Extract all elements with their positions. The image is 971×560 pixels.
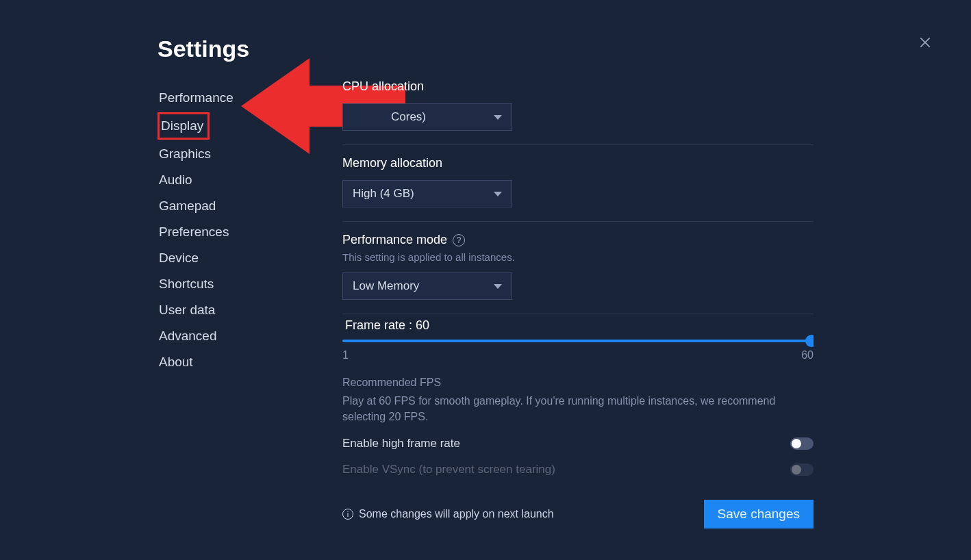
sidebar-item-audio[interactable]: Audio: [157, 167, 294, 193]
sidebar-item-display[interactable]: Display: [157, 112, 210, 140]
sidebar-item-performance[interactable]: Performance: [157, 85, 294, 111]
memory-allocation-section: Memory allocation High (4 GB): [342, 145, 814, 222]
sidebar-item-about[interactable]: About: [157, 349, 294, 375]
sidebar-item-shortcuts[interactable]: Shortcuts: [157, 271, 294, 297]
vsync-row: Enable VSync (to prevent screen tearing): [342, 463, 814, 476]
frame-rate-slider[interactable]: [342, 340, 814, 342]
close-button[interactable]: [917, 34, 933, 51]
high-frame-rate-toggle[interactable]: [790, 437, 814, 450]
cpu-allocation-select[interactable]: Cores): [342, 103, 512, 131]
performance-mode-select[interactable]: Low Memory: [342, 272, 512, 300]
frame-rate-slider-thumb[interactable]: [805, 335, 814, 347]
cpu-allocation-label: CPU allocation: [342, 79, 814, 94]
sidebar-item-user-data[interactable]: User data: [157, 297, 294, 323]
cpu-allocation-value: Cores): [391, 110, 426, 124]
sidebar-item-graphics[interactable]: Graphics: [157, 141, 294, 167]
memory-allocation-select[interactable]: High (4 GB): [342, 180, 512, 207]
footer-note-text: Some changes will apply on next launch: [359, 508, 554, 520]
frame-rate-max: 60: [801, 349, 814, 361]
performance-mode-section: Performance mode ? This setting is appli…: [342, 222, 814, 314]
sidebar-item-gamepad[interactable]: Gamepad: [157, 193, 294, 219]
performance-mode-value: Low Memory: [353, 279, 419, 293]
footer-note: i Some changes will apply on next launch: [342, 508, 554, 520]
performance-mode-label: Performance mode ?: [342, 233, 814, 247]
vsync-toggle[interactable]: [790, 463, 814, 476]
chevron-down-icon: [494, 284, 502, 289]
recommended-fps-title: Recommended FPS: [342, 377, 814, 389]
frame-rate-section: Frame rate : 60 1 60 Recommended FPS Pla…: [342, 314, 814, 478]
settings-sidebar: Performance Display Graphics Audio Gamep…: [157, 85, 294, 375]
frame-rate-label: Frame rate : 60: [345, 318, 814, 333]
high-frame-rate-row: Enable high frame rate: [342, 437, 814, 450]
settings-footer: i Some changes will apply on next launch…: [342, 500, 814, 529]
save-changes-button[interactable]: Save changes: [704, 500, 814, 529]
sidebar-item-advanced[interactable]: Advanced: [157, 323, 294, 349]
high-frame-rate-label: Enable high frame rate: [342, 437, 460, 450]
cpu-allocation-section: CPU allocation Cores): [342, 79, 814, 145]
frame-rate-min: 1: [342, 349, 349, 361]
recommended-fps-text: Play at 60 FPS for smooth gameplay. If y…: [342, 393, 814, 424]
performance-mode-sublabel: This setting is applied to all instances…: [342, 251, 814, 263]
memory-allocation-label: Memory allocation: [342, 156, 814, 170]
chevron-down-icon: [494, 192, 502, 196]
help-icon[interactable]: ?: [453, 234, 465, 246]
page-title: Settings: [157, 36, 249, 62]
chevron-down-icon: [494, 115, 502, 120]
settings-content: CPU allocation Cores) Memory allocation …: [342, 79, 814, 478]
vsync-label: Enable VSync (to prevent screen tearing): [342, 463, 555, 476]
sidebar-item-preferences[interactable]: Preferences: [157, 219, 294, 245]
sidebar-item-device[interactable]: Device: [157, 245, 294, 271]
memory-allocation-value: High (4 GB): [353, 187, 414, 201]
info-icon: i: [342, 509, 353, 520]
